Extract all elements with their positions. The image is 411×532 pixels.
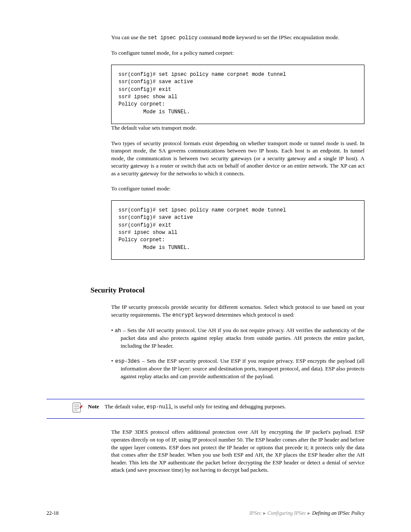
chevron-right-icon: ▸ <box>306 510 312 516</box>
keyword-esp-null: esp-null <box>146 404 171 410</box>
code2-line5: Policy corpnet: <box>118 237 165 243</box>
code2-line4: ssr# ipsec show all <box>118 230 177 236</box>
code1-line2: ssr(config)# save active <box>118 79 193 85</box>
note-text: Note The default value, esp-null, is use… <box>88 402 364 411</box>
sp-intro-paragraph: The IP security protocols provide securi… <box>111 303 364 319</box>
sp-bullet-ah: • ah – Sets the AH security protocol. Us… <box>111 327 364 349</box>
page: You can use the set ipsec policy command… <box>0 0 411 532</box>
subheading-security-protocol: Security Protocol <box>90 286 364 296</box>
code1-line3: ssr(config)# exit <box>118 87 171 93</box>
code2-line6: Mode is TUNNEL. <box>118 245 190 251</box>
note-row: Note The default value, esp-null, is use… <box>47 402 364 414</box>
code1-line5: Policy corpnet: <box>118 101 165 107</box>
intro-paragraph-1: You can use the set ipsec policy command… <box>111 34 364 41</box>
code-block-2: ssr(config)# set ipsec policy name corpn… <box>111 200 364 260</box>
code-block-1: ssr(config)# set ipsec policy name corpn… <box>111 65 364 124</box>
note-icon <box>72 402 83 414</box>
note-block: Note The default value, esp-null, is use… <box>47 399 364 419</box>
code1-line6: Mode is TUNNEL. <box>118 109 190 115</box>
svg-rect-0 <box>73 403 81 412</box>
code2-line2: ssr(config)# save active <box>118 215 193 221</box>
mid-paragraph-1: The default value sets transport mode. <box>111 124 364 132</box>
keyword-mode: mode <box>222 35 235 41</box>
esp3des-column: The ESP 3DES protocol offers additional … <box>111 428 364 473</box>
cmd-set-ipsec-policy: set ipsec policy <box>148 35 197 41</box>
code1-line1: ssr(config)# set ipsec policy name corpn… <box>118 72 286 78</box>
chevron-right-icon: ▸ <box>262 510 268 516</box>
code2-line3: ssr(config)# exit <box>118 222 171 228</box>
breadcrumb-1: IPSec <box>249 510 262 516</box>
code2-line1: ssr(config)# set ipsec policy name corpn… <box>118 207 286 213</box>
body-column: You can use the set ipsec policy command… <box>111 34 364 260</box>
breadcrumb-3: Defining an IPSec Policy <box>312 510 364 516</box>
page-number: 22-18 <box>47 510 59 516</box>
note-label: Note <box>88 403 99 410</box>
intro-paragraph-2: To configure tunnel mode, for a policy n… <box>111 49 364 57</box>
sp-bullet-esp3des: • esp-3des – Sets the ESP security proto… <box>111 357 364 380</box>
note-icon-cell <box>47 402 88 414</box>
keyword-esp-3des: esp-3des <box>115 358 140 364</box>
mid-paragraph-3: To configure tunnel mode: <box>111 185 364 193</box>
mid-paragraph-2: Two types of security protocol formats e… <box>111 140 364 177</box>
code1-line4: ssr# ipsec show all <box>118 94 177 100</box>
esp3des-paragraph: The ESP 3DES protocol offers additional … <box>111 428 364 473</box>
breadcrumb-2: Configuring IPSec <box>268 510 306 516</box>
security-protocol-body: The IP security protocols provide securi… <box>111 303 364 380</box>
breadcrumb: IPSec▸Configuring IPSec▸Defining an IPSe… <box>249 510 364 516</box>
keyword-ah: ah <box>115 328 121 334</box>
keyword-encrypt: encrypt <box>172 312 194 318</box>
